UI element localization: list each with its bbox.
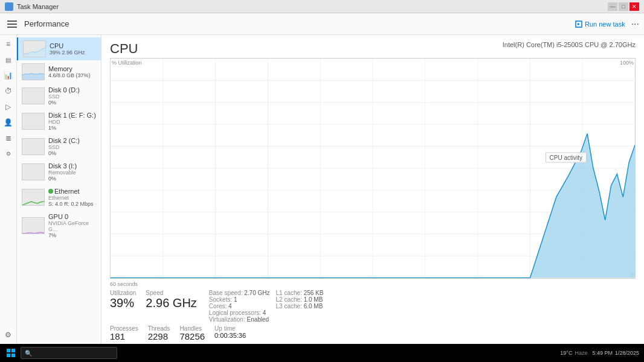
toolbar-left: Performance [5, 18, 69, 30]
gpu0-info: GPU 0 NVIDIA GeForce G... 7% [48, 213, 96, 238]
gpu0-thumb-graph [22, 218, 45, 234]
uptime-stat: Up time 0:00:35:36 [214, 325, 246, 342]
cpu-value: 39% 2.96 GHz [50, 49, 96, 56]
ethernet-thumb [22, 189, 45, 206]
disk0-value: 0% [48, 100, 96, 106]
nav-icon-details[interactable]: ≣ [2, 132, 15, 145]
disk3-value: 0% [48, 176, 96, 182]
memory-info: Memory 4.6/8.0 GB (37%) [48, 65, 96, 78]
disk1-thumb [22, 113, 45, 130]
svg-rect-34 [7, 349, 10, 352]
sidebar-item-disk2[interactable]: Disk 2 (C:) SSD 0% [17, 134, 101, 159]
memory-thumb [22, 63, 45, 80]
memory-value: 4.6/8.0 GB (37%) [48, 72, 96, 78]
cpu-label: CPU [50, 42, 96, 49]
utilization-stat: Utilization 39% [110, 290, 136, 323]
nav-icon-performance[interactable]: 📊 [2, 69, 15, 82]
stats-section: Utilization 39% Speed 2.96 GHz Base spee… [110, 290, 636, 325]
ethernet-label: Ethernet [48, 188, 96, 195]
titlebar-left: Task Manager [5, 2, 59, 11]
taskbar-left: 🔍 [5, 347, 117, 359]
disk0-label: Disk 0 (D:) [48, 86, 96, 94]
sockets-value: 1 [234, 296, 237, 303]
cpu-activity-label: CPU activity [546, 152, 587, 162]
nav-icon-users[interactable]: 👤 [2, 116, 15, 129]
base-speed-label: Base speed: [209, 290, 243, 296]
left-nav: ≡ ▤ 📊 ⏱ ▷ 👤 ≣ ⚙ ⚙ [0, 35, 17, 344]
disk1-value: 1% [48, 125, 96, 131]
disk2-info: Disk 2 (C:) SSD 0% [48, 137, 96, 156]
svg-rect-36 [7, 354, 10, 357]
nav-icon-services[interactable]: ⚙ [2, 147, 15, 160]
l2-label: L2 cache: [275, 296, 301, 303]
window-controls: — □ ✕ [608, 2, 639, 11]
run-icon [575, 21, 582, 28]
handles-stat: Handles 78256 [179, 325, 205, 342]
detail-stats: Base speed: 2.70 GHz Sockets: 1 Cores: 4… [209, 290, 324, 323]
disk3-thumb-graph [22, 164, 45, 180]
disk0-thumb-graph [22, 88, 45, 104]
cores-label: Cores: [209, 303, 227, 310]
time-label: 60 seconds [110, 281, 636, 287]
content-header: CPU Intel(R) Core(TM) i5-2500S CPU @ 2.7… [110, 41, 636, 57]
gpu0-type: NVIDIA GeForce G... [48, 220, 96, 232]
svg-marker-4 [22, 74, 45, 80]
sidebar-item-disk1[interactable]: Disk 1 (E: F: G:) HDD 1% [17, 109, 101, 134]
svg-rect-10 [22, 218, 45, 234]
virtualization-value: Enabled [246, 316, 269, 323]
start-button[interactable] [5, 347, 17, 359]
chart-grid-svg [111, 59, 635, 278]
sidebar: CPU 39% 2.96 GHz Memory 4.6/8.0 GB (37%) [17, 35, 101, 344]
taskbar-right: 19°C Haze 5:49 PM 1/28/2025 [560, 350, 639, 356]
nav-icon-1[interactable]: ≡ [2, 37, 15, 51]
memory-label: Memory [48, 65, 96, 72]
sidebar-item-gpu0[interactable]: GPU 0 NVIDIA GeForce G... 7% [17, 210, 101, 241]
l3-value: 6.0 MB [304, 303, 323, 310]
cpu-thumb [23, 40, 46, 57]
search-label: 🔍 [25, 350, 32, 357]
content-title: CPU [110, 41, 138, 57]
hamburger-icon[interactable] [5, 18, 19, 30]
nav-icon-startup[interactable]: ▷ [2, 100, 15, 113]
weather: Haze [575, 350, 587, 356]
temperature: 19°C [560, 350, 572, 356]
sidebar-item-ethernet[interactable]: Ethernet Ethernet S: 4.0 R: 0.2 Mbps [17, 185, 101, 210]
cpu-info: CPU 39% 2.96 GHz [50, 42, 96, 56]
disk2-thumb [22, 138, 45, 155]
disk2-label: Disk 2 (C:) [48, 137, 96, 144]
run-new-task-button[interactable]: Run new task [575, 21, 625, 28]
close-button[interactable]: ✕ [630, 2, 639, 11]
more-options-button[interactable]: ··· [631, 19, 639, 30]
disk1-info: Disk 1 (E: F: G:) HDD 1% [48, 112, 96, 131]
logical-label: Logical processors: [209, 310, 261, 316]
maximize-button[interactable]: □ [619, 2, 628, 11]
sidebar-item-memory[interactable]: Memory 4.6/8.0 GB (37%) [17, 60, 101, 83]
l1-value: 256 KB [304, 290, 324, 296]
sidebar-item-disk3[interactable]: Disk 3 (I:) Removable 0% [17, 159, 101, 185]
threads-label: Threads [148, 325, 170, 332]
speed-value: 2.96 GHz [146, 296, 196, 310]
gpu0-value: 7% [48, 232, 96, 238]
nav-icon-settings[interactable]: ⚙ [2, 328, 15, 341]
disk0-thumb [22, 87, 45, 104]
disk1-type: HDD [48, 119, 96, 125]
sidebar-item-cpu[interactable]: CPU 39% 2.96 GHz [17, 37, 101, 60]
utilization-label: Utilization [110, 290, 136, 296]
cache-col: L1 cache: 256 KB L2 cache: 1.0 MB L3 cac… [275, 290, 323, 323]
disk0-info: Disk 0 (D:) SSD 0% [48, 86, 96, 106]
ethernet-thumb-graph [22, 189, 45, 206]
date: 1/28/2025 [615, 350, 639, 356]
gpu0-label: GPU 0 [48, 213, 96, 220]
minimize-button[interactable]: — [608, 2, 617, 11]
nav-icon-processes[interactable]: ▤ [2, 53, 15, 66]
threads-value: 2298 [148, 332, 170, 342]
toolbar-right: Run new task ··· [575, 19, 639, 30]
toolbar-title: Performance [24, 19, 69, 28]
nav-icon-history[interactable]: ⏱ [2, 84, 15, 98]
cpu-content-area: CPU Intel(R) Core(TM) i5-2500S CPU @ 2.7… [101, 35, 644, 344]
sidebar-item-disk0[interactable]: Disk 0 (D:) SSD 0% [17, 83, 101, 109]
search-box[interactable]: 🔍 [21, 347, 117, 359]
ethernet-info: Ethernet Ethernet S: 4.0 R: 0.2 Mbps [48, 188, 96, 207]
svg-rect-9 [22, 189, 45, 206]
speed-label: Speed [146, 290, 196, 296]
